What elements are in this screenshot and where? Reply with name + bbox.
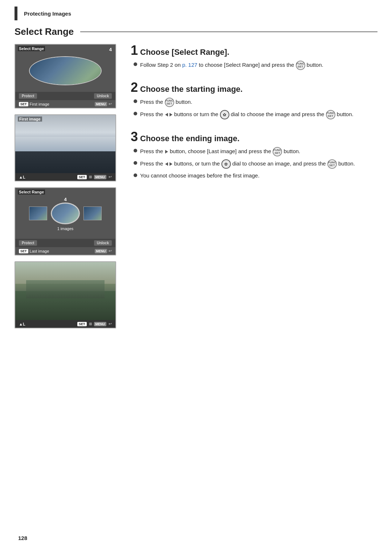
screen3-body: Select Range 4 1 images	[15, 188, 115, 239]
protect-btn-2: Protect	[19, 240, 37, 246]
menu-arrow-4: ↩	[109, 322, 112, 326]
menu-badge-4: MENU	[94, 322, 107, 326]
bullet-dot-1-1	[134, 62, 137, 66]
arrows-lr-1	[165, 113, 173, 116]
screen3-footer-left: SET Last image	[19, 249, 49, 253]
screen2-footer: ▲L SET ⊞ MENU ↩	[15, 173, 115, 181]
bullet-dot-3-3	[134, 173, 137, 177]
icon-4l-1: ▲L	[19, 175, 25, 179]
arrow-left-2	[165, 162, 168, 166]
dial-icon-1: ✿	[220, 110, 229, 119]
screen3-last-image-label: Last image	[30, 249, 49, 253]
bullet-2-1: Press the FUNCSET button.	[134, 98, 377, 107]
func-btn-5: FUNCSET	[327, 159, 337, 169]
bullet-text-2-2: Press the buttons or turn the ✿ dial to …	[140, 110, 377, 119]
menu-badge-1: MENU	[95, 102, 107, 106]
func-btn-2: FUNCSET	[165, 98, 174, 107]
page-number: 128	[18, 535, 27, 541]
bullet-3-2: Press the buttons, or turn the ✿ dial to…	[134, 159, 377, 169]
screen4-footer: ▲L SET ⊞ MENU ↩	[15, 320, 115, 328]
screen3-img-circle	[51, 203, 80, 224]
instructions-column: 1 Choose [Select Range]. Follow Step 2 o…	[131, 44, 377, 328]
bullet-dot-3-2	[134, 161, 137, 165]
screens-column: Select Range 4 Protect Unlock SET Fi	[15, 44, 120, 328]
step-3: 3 Choose the ending image. Press the but…	[131, 130, 377, 180]
step-2-title: Choose the starting image.	[140, 85, 242, 94]
func-btn-1: FUNCSET	[296, 61, 305, 70]
screen3-count: 1 images	[57, 226, 74, 231]
main-content: Select Range 4 Protect Unlock SET Fi	[15, 44, 377, 328]
step-1-title: Choose [Select Range].	[140, 48, 229, 57]
set-badge-3: SET	[19, 249, 28, 253]
step-2-header: 2 Choose the starting image.	[131, 81, 377, 94]
screen3-img-small-2	[83, 207, 102, 220]
screen-select-range-top: Select Range 4 Protect Unlock SET Fi	[15, 44, 116, 109]
screen4-vegetation	[26, 280, 105, 298]
arrow-right-2	[165, 150, 168, 154]
screen2-body: First image	[15, 115, 115, 173]
screen1-circle-container	[29, 56, 102, 85]
step-3-title: Choose the ending image.	[140, 134, 240, 143]
screen-select-range-bottom: Select Range 4 1 images Protect Unlock	[15, 187, 116, 255]
screen3-number: 4	[64, 197, 66, 202]
screen1-footer-left: SET First image	[19, 102, 49, 106]
section-title: Select Range	[15, 26, 74, 37]
step-3-bullets: Press the button, choose [Last image] an…	[134, 147, 377, 180]
bullet-1-1: Follow Step 2 on p. 127 to choose [Selec…	[134, 61, 377, 70]
screen2-sky	[15, 137, 115, 151]
screen1-landscape	[30, 57, 101, 85]
set-badge-4: SET	[77, 322, 87, 326]
func-btn-3: FUNCSET	[326, 110, 335, 119]
screen2-set-icon: ⊞	[89, 175, 92, 179]
bullet-2-2: Press the buttons or turn the ✿ dial to …	[134, 110, 377, 119]
arrow-right-3	[170, 162, 172, 166]
bullet-3-3: You cannot choose images before the firs…	[134, 172, 377, 180]
bullet-text-2-1: Press the FUNCSET button.	[140, 98, 377, 107]
screen2-footer-right: SET ⊞ MENU ↩	[77, 175, 112, 179]
link-p127[interactable]: p. 127	[182, 62, 197, 68]
icon-4l-2: ▲L	[19, 322, 25, 326]
bullet-text-3-1: Press the button, choose [Last image] an…	[140, 147, 377, 156]
screen4-set-icon: ⊞	[89, 322, 92, 326]
screen3-footer-right: MENU ↩	[95, 249, 112, 253]
arrows-lr-2	[165, 162, 173, 166]
menu-arrow-3: ↩	[109, 249, 112, 253]
screen3-img-small-1	[29, 207, 47, 220]
section-title-line	[80, 31, 377, 32]
step-3-number: 3	[131, 130, 138, 143]
screen-first-image: First image ▲L SET ⊞ MENU ↩	[15, 114, 116, 181]
arrow-right-1	[170, 113, 172, 116]
screen1-body: Select Range 4	[15, 45, 115, 92]
screen2-title: First image	[18, 116, 42, 122]
menu-arrow-2: ↩	[109, 175, 112, 179]
bullet-dot-2-1	[134, 99, 137, 103]
dial-icon-2: ✿	[221, 159, 231, 169]
step-2-bullets: Press the FUNCSET button. Press the	[134, 98, 377, 119]
menu-badge-2: MENU	[94, 175, 107, 179]
bullet-text-3-3: You cannot choose images before the firs…	[140, 172, 377, 180]
set-badge-2: SET	[77, 175, 87, 179]
page-header: Protecting Images	[0, 0, 392, 23]
screen1-bottom-bar: Protect Unlock	[15, 92, 115, 100]
screen1-title: Select Range	[18, 46, 45, 51]
step-2-number: 2	[131, 81, 138, 94]
header-sidebar-bar	[15, 7, 17, 20]
unlock-btn-2: Unlock	[94, 240, 112, 246]
screen2-cityscape	[15, 148, 115, 173]
screen1-number: 4	[109, 47, 112, 52]
screen1-circle-image	[29, 56, 102, 85]
protect-btn: Protect	[19, 93, 37, 99]
step-1-bullets: Follow Step 2 on p. 127 to choose [Selec…	[134, 61, 377, 70]
screen1-footer: SET First image MENU ↩	[15, 100, 115, 108]
bullet-text-1-1: Follow Step 2 on p. 127 to choose [Selec…	[140, 61, 377, 70]
screen4-footer-right: SET ⊞ MENU ↩	[77, 322, 112, 326]
screen3-images	[29, 203, 102, 224]
set-badge-1: SET	[19, 102, 28, 106]
unlock-btn: Unlock	[94, 93, 112, 99]
screen3-footer: SET Last image MENU ↩	[15, 247, 115, 255]
screen3-title: Select Range	[18, 189, 45, 195]
step-3-header: 3 Choose the ending image.	[131, 130, 377, 143]
bullet-dot-2-2	[134, 112, 137, 115]
step-2: 2 Choose the starting image. Press the F…	[131, 81, 377, 119]
menu-badge-3: MENU	[95, 249, 107, 253]
